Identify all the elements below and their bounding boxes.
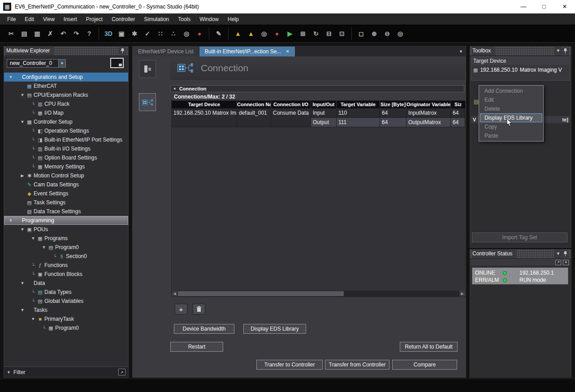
connection-section-header[interactable]: ▼ Connection [170, 85, 464, 92]
print-icon[interactable]: ▣ [116, 28, 127, 39]
cell-size2[interactable]: 64 [451, 108, 465, 118]
menu-file[interactable]: File [3, 13, 20, 25]
loop-icon[interactable]: ↻ [310, 28, 322, 39]
horizontal-scrollbar[interactable]: ◀ ▶ [172, 291, 465, 297]
tree-item-motion-control-setup[interactable]: ▶ ✱ Motion Control Setup [4, 171, 128, 180]
tab-builtin-ethernetip-connection-settings[interactable]: Built-in EtherNet/IP...ection Se... ✕ [199, 47, 295, 56]
zoom-in-icon[interactable]: ⊕ [368, 28, 380, 39]
column-header[interactable]: Connection Na [237, 101, 271, 108]
column-header[interactable]: Connection I/O [271, 101, 311, 108]
tree-item-io-map[interactable]: └ ▦ I/O Map [4, 108, 128, 117]
redo-icon[interactable]: ↷ [70, 28, 82, 39]
context-item-add-connection[interactable]: Add Connection [480, 86, 542, 95]
column-header[interactable]: Target Variable [337, 101, 380, 108]
column-header[interactable]: Target Device [172, 101, 237, 108]
delete-connection-button[interactable] [193, 304, 205, 314]
tree-item-controller-setup[interactable]: ▼ ▩ Controller Setup [4, 117, 128, 126]
collapse-icon[interactable]: ▼ [554, 47, 562, 55]
tree-item-program0[interactable]: ▼ ▤ Program0 [4, 243, 128, 252]
tree-expander-icon[interactable]: ▶ [19, 173, 26, 178]
cell-connection-io[interactable]: Consume Data F [271, 108, 311, 127]
tab-list-dropdown-icon[interactable]: ▼ [459, 47, 463, 56]
tree-item-builtin-io-settings[interactable]: └ ▥ Built-in I/O Settings [4, 144, 128, 153]
check-programs-icon[interactable]: ✓ [142, 28, 153, 39]
cell-originator-variable[interactable]: InputMatrox [406, 108, 451, 118]
tree-expander-icon[interactable]: └ [30, 138, 36, 142]
tree-item-cpu-expansion-racks[interactable]: ▼ ▤ CPU/Expansion Racks [4, 90, 128, 99]
run-icon[interactable]: ▶ [284, 28, 296, 39]
tree-item-builtin-ethernetip-port-settings[interactable]: └ ◨ Built-in EtherNet/IP Port Settings [4, 135, 128, 144]
window-grid-icon[interactable]: ⊟ [323, 28, 335, 39]
connection-view-button[interactable] [139, 93, 156, 111]
display-eds-library-button[interactable]: Display EDS Library [243, 324, 306, 334]
compare-button[interactable]: Compare [392, 360, 457, 370]
tree-item-section0[interactable]: └ § Section0 [4, 252, 128, 261]
table-row[interactable]: Output 111 64 OutputMatrox 64 [311, 118, 465, 127]
tree-item-global-variables[interactable]: └ ▤ Global Variables [4, 297, 128, 306]
tree-item-ethercat[interactable]: ▦ EtherCAT [4, 82, 128, 90]
column-header[interactable]: Siz [451, 101, 465, 108]
tree-item-function-blocks[interactable]: └ ▣ Function Blocks [4, 270, 128, 279]
maximize-button[interactable]: □ [534, 0, 554, 13]
tree-expander-icon[interactable]: ▼ [41, 245, 47, 250]
transfer-to-controller-button[interactable]: Transfer to Controller [256, 360, 323, 370]
error-icon[interactable]: ▲ [245, 28, 257, 39]
column-header[interactable]: Size [Byte] [380, 101, 406, 108]
cell-target-device[interactable]: 192.168.250.10 Matrox Ima [172, 108, 237, 127]
cell-originator-variable[interactable]: OutputMatrox [406, 118, 451, 127]
debug-icon[interactable]: ● [271, 28, 283, 39]
tree-expander-icon[interactable]: └ [52, 254, 58, 258]
cell-size2[interactable]: 64 [451, 118, 465, 127]
warning-icon[interactable]: ▲ [232, 28, 244, 39]
context-item-paste[interactable]: Paste [480, 131, 542, 140]
tree-expander-icon[interactable]: └ [30, 111, 36, 115]
cut-icon[interactable]: ✂ [5, 28, 17, 39]
menu-window[interactable]: Window [195, 13, 223, 25]
menu-project[interactable]: Project [82, 13, 107, 25]
menu-controller[interactable]: Controller [107, 13, 139, 25]
cell-size[interactable]: 64 [380, 118, 406, 127]
transfer-from-controller-button[interactable]: Transfer from Controller [325, 360, 389, 370]
copy-icon[interactable]: ▤ [18, 28, 30, 39]
column-header[interactable]: Originator Variable [406, 101, 451, 108]
help-icon[interactable]: ? [83, 28, 95, 39]
tree-expander-icon[interactable]: └ [30, 102, 36, 106]
tree-expander-icon[interactable]: ▼ [19, 281, 26, 285]
zoom-fit-icon[interactable]: ◎ [394, 28, 406, 39]
tree-expander-icon[interactable]: ▼ [19, 227, 26, 232]
pin-icon[interactable] [562, 250, 569, 258]
tree-item-operation-settings[interactable]: └ ◧ Operation Settings [4, 126, 128, 135]
tree-expander-icon[interactable]: ▼ [8, 75, 14, 79]
window-split-icon[interactable]: ⊡ [336, 28, 348, 39]
pin-icon[interactable] [119, 47, 126, 55]
watch-icon[interactable]: ◎ [258, 28, 270, 39]
zoom-out-icon[interactable]: ⊖ [381, 28, 393, 39]
tree-item-data-types[interactable]: └ ▤ Data Types [4, 288, 128, 297]
tree-expander-icon[interactable]: └ [30, 299, 36, 303]
popout-icon[interactable]: ↗ [555, 260, 561, 265]
cross-reference-icon[interactable]: ∴ [168, 28, 179, 39]
column-header[interactable]: Input/Out [311, 101, 337, 108]
device-bandwidth-button[interactable]: Device Bandwidth [174, 324, 234, 334]
tree-item-configurations-and-setup[interactable]: ▼ Configurations and Setup [4, 73, 128, 82]
tree-item-programming[interactable]: ▼ Programming [4, 216, 128, 225]
tree-item-memory-settings[interactable]: └ ▦ Memory Settings [4, 162, 128, 171]
tree-item-functions[interactable]: └ ƒ Functions [4, 261, 128, 270]
cell-target-variable[interactable]: 110 [337, 108, 380, 118]
tree-item-tasks[interactable]: ▼ Tasks [4, 306, 128, 314]
selection-icon[interactable]: ◻ [355, 28, 367, 39]
tree-expander-icon[interactable]: └ [30, 146, 36, 151]
tree-item-task-settings[interactable]: ▤ Task Settings [4, 198, 128, 207]
paste-icon[interactable]: ▥ [31, 28, 43, 39]
tree-expander-icon[interactable]: └ [30, 272, 36, 276]
variable-table-icon[interactable]: ∷ [155, 28, 166, 39]
delete-icon[interactable]: ✗ [44, 28, 56, 39]
tree-expander-icon[interactable]: ▼ [19, 308, 26, 312]
tree-expander-icon[interactable]: ▼ [19, 93, 26, 97]
filter-settings-button[interactable]: ↗ [118, 369, 125, 375]
tree-item-pous[interactable]: ▼ ▣ POUs [4, 225, 128, 234]
tab-ethernetip-device-list[interactable]: EtherNet/IP Device List [133, 47, 199, 56]
tree-item-programs[interactable]: ▼ ▦ Programs [4, 234, 128, 243]
tree-item-primarytask[interactable]: ▼ ■ PrimaryTask [4, 314, 128, 323]
menu-help[interactable]: Help [223, 13, 243, 25]
